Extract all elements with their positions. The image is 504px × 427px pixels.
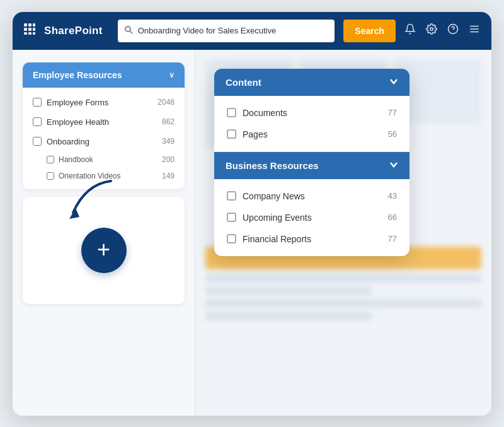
svg-rect-1 [28,23,32,26]
search-input[interactable] [138,26,329,35]
employee-health-count: 862 [162,117,175,126]
svg-rect-0 [24,23,27,26]
orientation-videos-count: 149 [162,172,175,180]
content-header-label: Content [226,77,261,88]
svg-rect-5 [33,28,35,31]
pages-checkbox[interactable] [227,129,236,139]
nav-icons [404,23,480,38]
list-item: Company News 43 [214,185,410,207]
add-panel: + [23,197,185,304]
list-item: Upcoming Events 66 [214,207,410,228]
company-news-checkbox[interactable] [227,191,236,201]
filter-floating-panel: Content Documents 77 [214,69,410,256]
handbook-checkbox[interactable] [47,156,54,163]
bell-icon[interactable] [404,23,416,38]
list-item: Pages 56 [214,124,410,145]
documents-checkbox[interactable] [227,108,236,117]
search-button[interactable]: Search [343,20,396,42]
employee-forms-label: Employee Forms [47,98,108,107]
employee-resources-header[interactable]: Employee Resources ∨ [23,62,185,88]
list-item: Handbook 200 [23,151,185,168]
pages-label: Pages [243,129,268,139]
hamburger-icon[interactable] [469,23,480,38]
upcoming-events-checkbox[interactable] [227,213,236,222]
list-item: Employee Forms 2048 [23,93,185,112]
employee-forms-checkbox[interactable] [33,98,42,107]
svg-rect-4 [28,28,32,31]
company-news-count: 43 [388,191,397,201]
orientation-videos-checkbox[interactable] [47,172,54,180]
content-section-header[interactable]: Content [214,69,410,96]
list-item: Employee Health 862 [23,112,185,132]
financial-reports-count: 77 [388,234,397,243]
business-items: Company News 43 Upcoming Events 66 [214,179,410,256]
list-item: Onboarding 349 [23,132,185,151]
company-news-label: Company News [243,191,305,201]
content-items: Documents 77 Pages 56 [214,96,410,152]
svg-rect-8 [33,32,35,35]
employee-resources-label: Employee Resources [33,70,122,80]
onboarding-count: 349 [162,137,175,146]
left-panel: Employee Resources ∨ Employee Forms 2048 [13,50,195,416]
main-content: Employee Resources ∨ Employee Forms 2048 [13,50,491,416]
employee-forms-count: 2048 [158,98,175,107]
employee-health-label: Employee Health [47,117,109,127]
documents-count: 77 [388,108,397,117]
employee-resources-items: Employee Forms 2048 Employee Health 862 [23,88,185,189]
top-navigation: SharePoint Search [13,12,491,50]
add-filter-button[interactable]: + [81,228,127,273]
svg-point-9 [125,26,130,32]
pages-count: 56 [388,129,397,139]
content-chevron-icon [389,77,398,88]
business-resources-label: Business Resources [226,160,319,171]
employee-resources-section: Employee Resources ∨ Employee Forms 2048 [23,62,185,189]
employee-health-checkbox[interactable] [33,117,42,126]
handbook-count: 200 [162,155,175,164]
financial-reports-checkbox[interactable] [227,234,236,243]
svg-rect-6 [24,32,27,35]
right-area: Content Documents 77 [195,50,491,416]
svg-rect-3 [24,28,27,31]
handbook-label: Handbook [59,155,93,164]
svg-rect-2 [33,23,35,26]
list-item: Documents 77 [214,102,410,124]
grid-icon[interactable] [24,23,35,38]
list-item: Financial Reports 77 [214,228,410,250]
business-resources-chevron-icon [389,160,398,171]
arrow-icon [60,178,117,222]
svg-point-11 [430,28,433,31]
browser-frame: SharePoint Search [13,12,491,416]
brand-name: SharePoint [44,25,103,37]
documents-label: Documents [243,108,287,118]
search-box [118,20,335,42]
plus-icon: + [97,238,110,261]
search-icon [124,25,133,36]
chevron-down-icon: ∨ [169,71,175,79]
financial-reports-label: Financial Reports [243,234,311,244]
svg-line-10 [130,32,132,34]
upcoming-events-label: Upcoming Events [243,213,312,223]
onboarding-checkbox[interactable] [33,137,42,146]
upcoming-events-count: 66 [388,213,397,222]
gear-icon[interactable] [426,23,437,38]
help-icon[interactable] [447,23,459,38]
onboarding-label: Onboarding [47,137,89,146]
business-resources-header[interactable]: Business Resources [214,152,410,179]
svg-rect-7 [28,32,32,35]
